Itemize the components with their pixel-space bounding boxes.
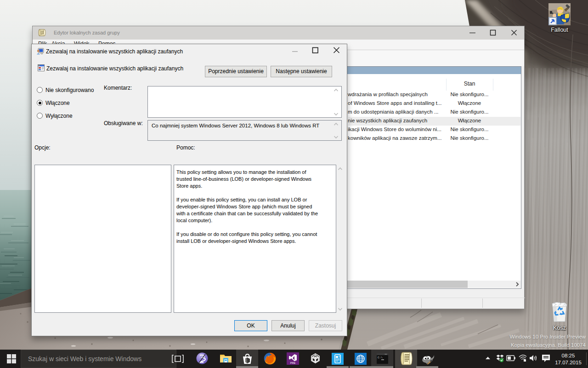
svg-text:C:\: C:\: [378, 356, 383, 359]
svg-text:PRE: PRE: [290, 362, 296, 364]
